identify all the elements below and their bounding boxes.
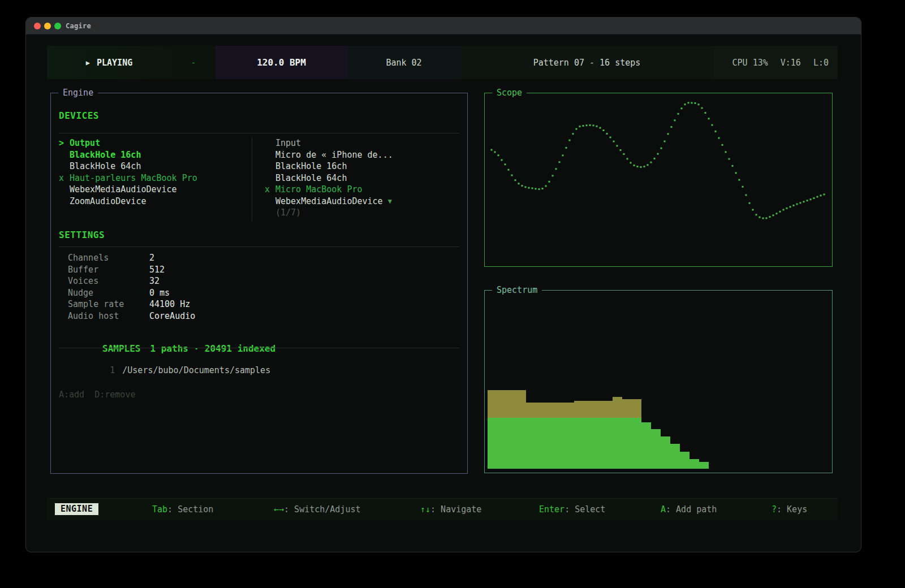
cpu-usage: CPU 13% [732,58,768,68]
transport-label: PLAYING [97,58,132,68]
transport-bar: ▶ PLAYING - 120.0 BPM Bank 02 Pattern 07… [47,46,838,79]
transport-status[interactable]: ▶ PLAYING [47,46,171,79]
pattern-display[interactable]: Pattern 07 - 16 steps [460,46,713,79]
bpm-display[interactable]: 120.0 BPM [216,46,347,79]
setting-row[interactable]: Channels2 [68,252,195,264]
device-name: ZoomAudioDevice [70,196,146,207]
row-prefix [265,161,275,172]
scope-waveform [485,93,832,266]
device-name: Micro MacBook Pro [275,184,363,196]
setting-value: CoreAudio [149,310,195,322]
output-device-item[interactable]: BlackHole 16ch [59,149,248,161]
status-bar: ENGINE Tab: Section←→: Switch/Adjust↑↓: … [47,498,838,520]
cursor-icon: > [59,137,70,149]
scope-panel: Scope [484,93,833,267]
setting-row[interactable]: Buffer512 [68,264,195,276]
divider [59,348,459,348]
key-hint-switch-adjust: ←→: Switch/Adjust [274,504,361,514]
spectrum-bars [485,291,832,473]
device-name: BlackHole 64ch [70,161,141,172]
input-device-item[interactable]: WebexMediaAudioDevice▼ [265,196,457,207]
output-device-item[interactable]: BlackHole 64ch [59,161,248,172]
active-marker-icon: x [59,172,70,184]
setting-label: Audio host [68,310,149,322]
dropdown-arrow-icon: ▼ [388,196,392,207]
setting-row[interactable]: Voices32 [68,275,195,287]
row-prefix [59,149,70,161]
setting-value: 44100 Hz [149,299,190,310]
path-value: /Users/bubo/Documents/samples [122,365,270,375]
row-prefix [265,137,275,149]
active-marker-icon: x [265,184,275,196]
row-prefix [265,207,275,219]
divider [59,247,459,247]
input-device-item[interactable]: (1/7) [265,207,457,219]
app-window: Cagire ▶ PLAYING - 120.0 BPM Bank 02 Pat… [25,17,861,552]
column-divider [252,137,252,221]
device-name: Haut-parleurs MacBook Pro [70,172,197,184]
path-index: 1 [110,365,115,375]
output-device-item[interactable]: ZoomAudioDevice [59,196,248,207]
row-prefix [265,196,275,207]
setting-row[interactable]: Sample rate44100 Hz [68,299,195,310]
key-name: Enter [539,504,564,514]
key-action: : Add path [666,504,717,514]
latency: L:0 [813,58,829,68]
setting-value: 0 ms [149,287,170,299]
setting-row[interactable]: Audio hostCoreAudio [68,310,195,322]
key-action: : Select [564,504,605,514]
key-hint-keys: ?: Keys [772,504,807,514]
setting-value: 512 [149,264,165,276]
device-name: Input [275,137,301,149]
samples-index-count: 1 paths · 20491 indexed [150,343,276,354]
minimize-window-button[interactable] [44,23,51,29]
title-bar[interactable]: Cagire [26,18,861,34]
key-action: : Keys [777,504,807,514]
key-action: : Switch/Adjust [284,504,360,514]
play-icon: ▶ [86,59,90,67]
setting-label: Nudge [68,287,149,299]
key-hint-add-path: A: Add path [661,504,717,514]
settings-table: Channels2Buffer512Voices32Nudge0 msSampl… [68,252,195,322]
input-device-item[interactable]: BlackHole 16ch [265,161,457,172]
window-title: Cagire [66,22,91,30]
key-action: : Navigate [430,504,481,514]
samples-key-hint: A:add D:remove [59,390,135,400]
system-stats: CPU 13% V:16 L:0 [713,46,838,79]
input-device-item[interactable]: Input [265,137,457,149]
setting-label: Sample rate [68,299,149,310]
key-hint-navigate: ↑↓: Navigate [420,504,481,514]
device-name: Micro de « iPhone de... [275,149,393,161]
output-device-item[interactable]: >Output [59,137,248,149]
device-name: WebexMediaAudioDevice [70,184,177,196]
setting-row[interactable]: Nudge0 ms [68,287,195,299]
bank-display[interactable]: Bank 02 [347,46,460,79]
device-name: WebexMediaAudioDevice [275,196,383,207]
key-name: ? [772,504,777,514]
row-prefix [59,184,70,196]
input-device-item[interactable]: Micro de « iPhone de... [265,149,457,161]
device-name: BlackHole 64ch [275,172,347,184]
output-device-list: >OutputBlackHole 16chBlackHole 64chxHaut… [59,137,248,207]
spectrum-panel: Spectrum [484,290,833,473]
key-action: : Section [167,504,213,514]
setting-value: 32 [149,275,160,287]
setting-value: 2 [149,252,154,264]
output-device-item[interactable]: xHaut-parleurs MacBook Pro [59,172,248,184]
key-name: ←→ [274,504,284,514]
maximize-window-button[interactable] [54,23,61,29]
input-device-item[interactable]: xMicro MacBook Pro [265,184,457,196]
output-device-item[interactable]: WebexMediaAudioDevice [59,184,248,196]
engine-panel-title: Engine [58,88,98,98]
row-prefix [59,161,70,172]
device-name: (1/7) [275,207,301,219]
key-hint-section: Tab: Section [152,504,213,514]
setting-label: Buffer [68,264,149,276]
close-window-button[interactable] [34,23,41,29]
device-name: BlackHole 16ch [70,149,141,161]
devices-heading: DEVICES [59,110,99,121]
input-device-list: InputMicro de « iPhone de...BlackHole 16… [265,137,457,219]
key-name: ↑↓ [420,504,430,514]
sample-path-row[interactable]: 1/Users/bubo/Documents/samples [69,355,270,386]
input-device-item[interactable]: BlackHole 64ch [265,172,457,184]
